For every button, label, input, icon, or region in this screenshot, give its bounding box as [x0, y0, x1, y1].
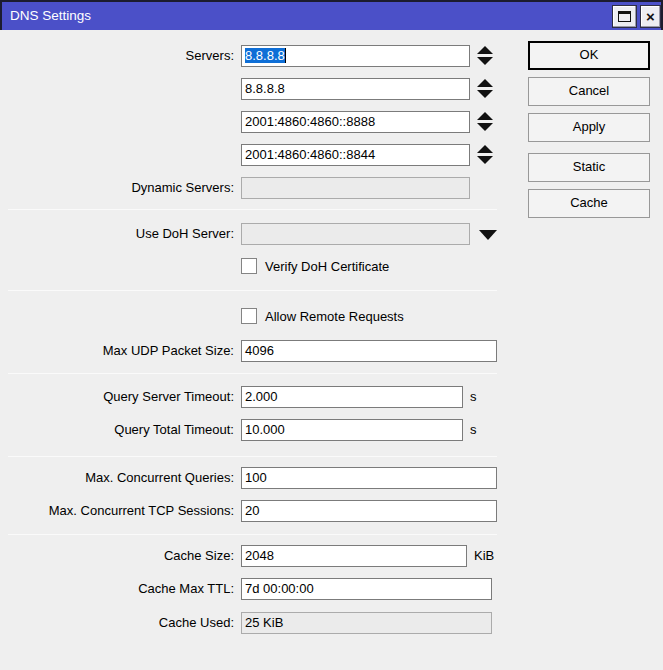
close-button[interactable]: × [640, 5, 661, 28]
allow-remote-requests-checkbox[interactable] [241, 308, 257, 324]
max-concurrent-queries-field[interactable]: 100 [241, 467, 497, 489]
separator [8, 290, 497, 291]
server-input-0[interactable]: 8.8.8.8 [241, 45, 470, 67]
max-udp-packet-size-label: Max UDP Packet Size: [0, 340, 234, 362]
dynamic-servers-label: Dynamic Servers: [0, 177, 234, 199]
selected-text: 8.8.8.8 [245, 48, 285, 63]
server-input-2[interactable]: 2001:4860:4860::8888 [241, 111, 470, 133]
cache-used-field: 25 KiB [241, 612, 492, 634]
cache-button[interactable]: Cache [528, 189, 650, 218]
maximize-icon [618, 11, 631, 22]
apply-button[interactable]: Apply [528, 113, 650, 142]
down-arrow-icon[interactable] [477, 123, 493, 131]
cache-used-label: Cache Used: [0, 612, 234, 634]
cache-size-unit: KiB [474, 545, 494, 567]
window-title: DNS Settings [10, 2, 91, 28]
query-total-timeout-label: Query Total Timeout: [0, 419, 234, 441]
dynamic-servers-field [241, 177, 470, 199]
separator [8, 373, 497, 374]
cache-size-label: Cache Size: [0, 545, 234, 567]
server-input-3[interactable]: 2001:4860:4860::8844 [241, 144, 470, 166]
query-total-timeout-unit: s [470, 419, 477, 441]
query-server-timeout-unit: s [470, 386, 477, 408]
use-doh-server-field[interactable] [241, 223, 470, 245]
servers-label: Servers: [0, 45, 234, 67]
up-arrow-icon[interactable] [477, 145, 493, 153]
query-server-timeout-label: Query Server Timeout: [0, 386, 234, 408]
static-button[interactable]: Static [528, 153, 650, 182]
allow-remote-requests-label: Allow Remote Requests [265, 308, 404, 325]
server-reorder-control-1[interactable] [477, 79, 494, 99]
verify-doh-certificate-checkbox[interactable] [241, 258, 257, 274]
up-arrow-icon[interactable] [477, 46, 493, 54]
server-reorder-control-3[interactable] [477, 145, 494, 165]
server-reorder-control-2[interactable] [477, 112, 494, 132]
down-arrow-icon[interactable] [477, 156, 493, 164]
max-concurrent-tcp-sessions-field[interactable]: 20 [241, 500, 497, 522]
server-reorder-control-0[interactable] [477, 46, 494, 66]
max-udp-packet-size-field[interactable]: 4096 [241, 340, 497, 362]
separator [8, 209, 497, 210]
dns-settings-window: DNS Settings × Servers: 8.8.8.8 8.8.8.8 … [0, 0, 663, 670]
doh-dropdown-arrow-icon[interactable] [479, 230, 497, 240]
max-concurrent-queries-label: Max. Concurrent Queries: [0, 467, 234, 489]
max-concurrent-tcp-sessions-label: Max. Concurrent TCP Sessions: [0, 500, 234, 522]
up-arrow-icon[interactable] [477, 79, 493, 87]
separator [8, 534, 497, 535]
text-caret [285, 48, 286, 63]
maximize-button[interactable] [612, 5, 637, 28]
use-doh-server-label: Use DoH Server: [0, 223, 234, 245]
down-arrow-icon[interactable] [477, 57, 493, 65]
cache-max-ttl-label: Cache Max TTL: [0, 578, 234, 600]
verify-doh-certificate-label: Verify DoH Certificate [265, 258, 389, 275]
cache-size-field[interactable]: 2048 [241, 545, 467, 567]
titlebar: DNS Settings [0, 0, 663, 30]
close-icon: × [646, 9, 655, 24]
query-server-timeout-field[interactable]: 2.000 [241, 386, 463, 408]
ok-button[interactable]: OK [528, 41, 650, 70]
cancel-button[interactable]: Cancel [528, 77, 650, 106]
separator [8, 456, 497, 457]
query-total-timeout-field[interactable]: 10.000 [241, 419, 463, 441]
down-arrow-icon[interactable] [477, 90, 493, 98]
cache-max-ttl-field[interactable]: 7d 00:00:00 [241, 578, 492, 600]
server-input-1[interactable]: 8.8.8.8 [241, 78, 470, 100]
up-arrow-icon[interactable] [477, 112, 493, 120]
